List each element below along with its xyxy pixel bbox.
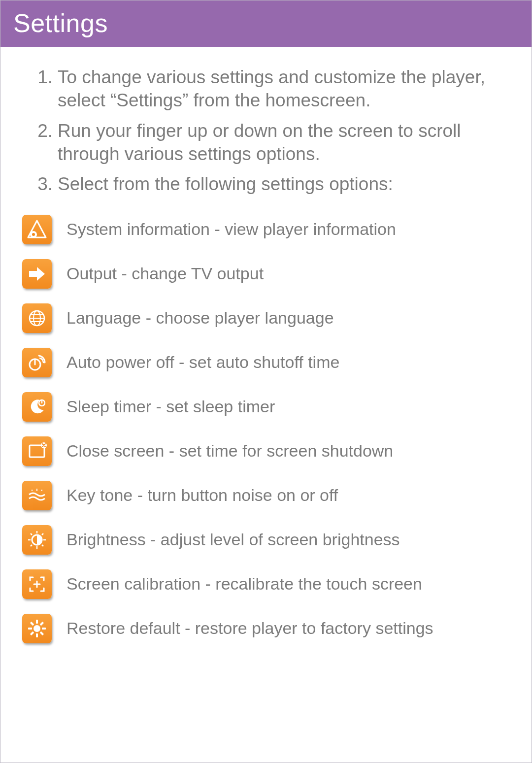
option-label: System information - view player informa… <box>52 220 396 239</box>
list-item: System information - view player informa… <box>22 215 510 244</box>
svg-point-27 <box>33 625 40 632</box>
page-content: 1. To change various settings and custom… <box>0 47 532 670</box>
svg-rect-35 <box>40 631 44 635</box>
svg-rect-30 <box>28 628 32 630</box>
option-label: Sleep timer - set sleep timer <box>52 397 275 416</box>
list-item: Screen calibration - recalibrate the tou… <box>22 569 510 599</box>
list-item: Sleep timer - set sleep timer <box>22 392 510 422</box>
svg-rect-31 <box>42 628 46 630</box>
option-label: Restore default - restore player to fact… <box>52 619 433 638</box>
list-item: Output - change TV output <box>22 259 510 289</box>
close-screen-icon <box>22 436 52 466</box>
list-item: Key tone - turn button noise on or off <box>22 481 510 510</box>
page-header: Settings <box>0 0 532 47</box>
svg-line-21 <box>31 533 32 535</box>
step-text: Run your finger up or down on the screen… <box>58 119 500 166</box>
step-number: 1. <box>32 66 58 89</box>
option-label: Auto power off - set auto shutoff time <box>52 353 339 372</box>
svg-line-24 <box>42 533 43 535</box>
calibration-icon <box>22 569 52 599</box>
option-label: Close screen - set time for screen shutd… <box>52 441 393 461</box>
step-number: 2. <box>32 119 58 142</box>
key-tone-icon <box>22 481 52 510</box>
instruction-step: 2. Run your finger up or down on the scr… <box>32 119 500 166</box>
option-label: Language - choose player language <box>52 308 334 328</box>
list-item: Restore default - restore player to fact… <box>22 614 510 643</box>
option-label: Key tone - turn button noise on or off <box>52 486 338 505</box>
svg-point-1 <box>32 233 35 236</box>
system-info-icon <box>22 215 52 244</box>
sleep-timer-icon <box>22 392 52 422</box>
step-text: Select from the following settings optio… <box>58 172 500 196</box>
list-item: Auto power off - set auto shutoff time <box>22 348 510 377</box>
option-label: Output - change TV output <box>52 264 264 283</box>
svg-line-22 <box>42 545 43 546</box>
step-text: To change various settings and customize… <box>58 66 500 112</box>
page-title: Settings <box>13 9 108 37</box>
settings-page: Settings 1. To change various settings a… <box>0 0 532 763</box>
svg-line-23 <box>31 545 32 546</box>
option-label: Brightness - adjust level of screen brig… <box>52 530 400 549</box>
svg-rect-32 <box>40 622 44 626</box>
restore-icon <box>22 614 52 643</box>
options-list: System information - view player informa… <box>22 215 510 643</box>
option-label: Screen calibration - recalibrate the tou… <box>52 574 422 594</box>
output-icon <box>22 259 52 289</box>
svg-rect-33 <box>30 631 34 635</box>
auto-power-icon <box>22 348 52 377</box>
list-item: Close screen - set time for screen shutd… <box>22 436 510 466</box>
step-number: 3. <box>32 172 58 196</box>
instruction-step: 1. To change various settings and custom… <box>32 66 500 112</box>
instruction-list: 1. To change various settings and custom… <box>22 59 510 215</box>
svg-rect-29 <box>36 633 38 637</box>
instruction-step: 3. Select from the following settings op… <box>32 172 500 196</box>
language-icon <box>22 303 52 333</box>
brightness-icon <box>22 525 52 555</box>
svg-rect-34 <box>30 622 34 626</box>
svg-rect-28 <box>36 620 38 624</box>
list-item: Brightness - adjust level of screen brig… <box>22 525 510 555</box>
list-item: Language - choose player language <box>22 303 510 333</box>
